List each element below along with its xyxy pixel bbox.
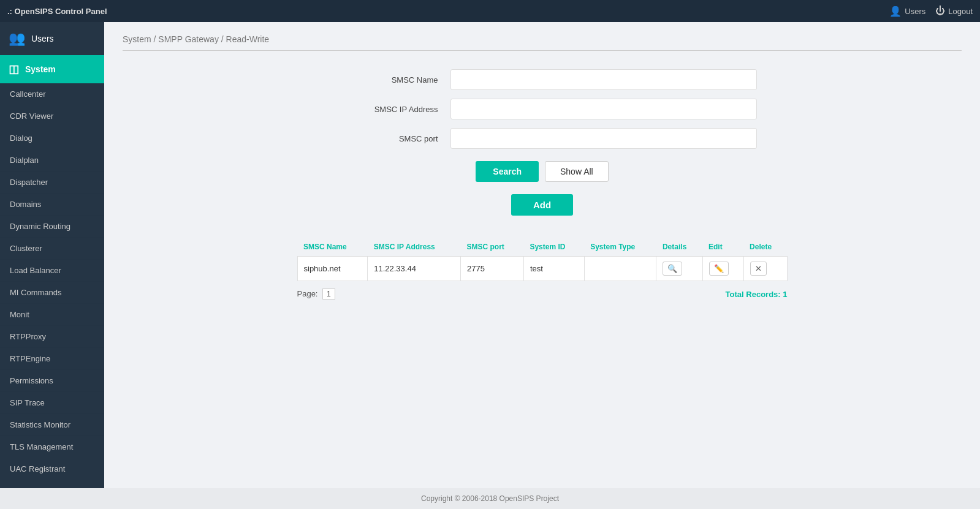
table-header-row: SMSC NameSMSC IP AddressSMSC portSystem …: [297, 238, 787, 257]
smsc-ip-row: SMSC IP Address: [328, 99, 757, 119]
sidebar-item-system[interactable]: ◫ System: [0, 55, 104, 83]
details-button[interactable]: 🔍: [663, 262, 682, 276]
col-edit: Edit: [702, 238, 743, 257]
user-icon: 👤: [889, 6, 902, 17]
form-section: SMSC Name SMSC IP Address SMSC port Sear…: [123, 57, 962, 238]
smsc-port-input[interactable]: [450, 128, 757, 149]
sidebar-item-sip-trace[interactable]: SIP Trace: [0, 392, 104, 414]
add-row: Add: [123, 194, 962, 216]
total-records: Total Records: 1: [726, 290, 788, 299]
sidebar-item-dispatcher[interactable]: Dispatcher: [0, 172, 104, 194]
sidebar-item-dialog[interactable]: Dialog: [0, 127, 104, 149]
users-icon: 👥: [9, 31, 25, 47]
search-button[interactable]: Search: [476, 161, 539, 182]
sidebar-item-tls-management[interactable]: TLS Management: [0, 436, 104, 458]
main-content: System / SMPP Gateway / Read-Write SMSC …: [104, 22, 980, 488]
users-label: Users: [905, 7, 925, 16]
sidebar: 👥 Users ◫ System CallcenterCDR ViewerDia…: [0, 22, 104, 488]
logout-icon: ⏻: [935, 6, 945, 17]
edit-button[interactable]: ✏️: [709, 262, 729, 276]
cell-2: 2775: [461, 257, 524, 281]
cell-1: 11.22.33.44: [368, 257, 461, 281]
page-info: Page: 1: [297, 288, 335, 300]
cell-edit: ✏️: [702, 257, 743, 281]
search-buttons: Search Show All: [123, 161, 962, 182]
system-icon: ◫: [9, 62, 19, 76]
app-title: .: OpenSIPS Control Panel: [7, 7, 107, 16]
col-details: Details: [656, 238, 702, 257]
cell-delete: ✕: [743, 257, 787, 281]
col-smsc-ip-address: SMSC IP Address: [368, 238, 461, 257]
table-body: siphub.net11.22.33.442775test🔍✏️✕: [297, 257, 787, 281]
smsc-ip-label: SMSC IP Address: [328, 105, 450, 114]
smsc-name-row: SMSC Name: [328, 69, 757, 90]
sidebar-item-load-balancer[interactable]: Load Balancer: [0, 260, 104, 282]
footer: Copyright © 2006-2018 OpenSIPS Project: [0, 488, 980, 509]
logout-label: Logout: [948, 7, 973, 16]
table-row: siphub.net11.22.33.442775test🔍✏️✕: [297, 257, 787, 281]
show-all-button[interactable]: Show All: [545, 161, 609, 182]
cell-4: [584, 257, 656, 281]
users-button[interactable]: 👤 Users: [889, 6, 925, 17]
page-label: Page:: [297, 289, 318, 298]
smsc-port-row: SMSC port: [328, 128, 757, 149]
sidebar-item-clusterer[interactable]: Clusterer: [0, 238, 104, 260]
logout-button[interactable]: ⏻ Logout: [935, 6, 973, 17]
smsc-port-label: SMSC port: [328, 134, 450, 143]
sidebar-item-cdr-viewer[interactable]: CDR Viewer: [0, 105, 104, 127]
sidebar-nav: CallcenterCDR ViewerDialogDialplanDispat…: [0, 83, 104, 488]
breadcrumb-text: System / SMPP Gateway / Read-Write: [123, 34, 269, 44]
col-system-id: System ID: [523, 238, 584, 257]
sidebar-item-users[interactable]: 👥 Users: [0, 22, 104, 55]
table-container: SMSC NameSMSC IP AddressSMSC portSystem …: [297, 238, 788, 302]
sidebar-item-mi-commands[interactable]: MI Commands: [0, 282, 104, 304]
add-button[interactable]: Add: [511, 194, 573, 216]
topbar-right: 👤 Users ⏻ Logout: [889, 6, 973, 17]
smsc-ip-input[interactable]: [450, 99, 757, 119]
page-number: 1: [322, 288, 335, 300]
sidebar-item-permissions[interactable]: Permissions: [0, 370, 104, 392]
sidebar-item-statistics-monitor[interactable]: Statistics Monitor: [0, 414, 104, 436]
smsc-name-input[interactable]: [450, 69, 757, 90]
table-footer: Page: 1 Total Records: 1: [297, 286, 788, 302]
col-delete: Delete: [743, 238, 787, 257]
sidebar-item-dialplan[interactable]: Dialplan: [0, 149, 104, 172]
sidebar-system-label: System: [25, 64, 56, 74]
layout: 👥 Users ◫ System CallcenterCDR ViewerDia…: [0, 22, 980, 488]
col-smsc-name: SMSC Name: [297, 238, 368, 257]
breadcrumb: System / SMPP Gateway / Read-Write: [123, 34, 962, 51]
sidebar-item-callcenter[interactable]: Callcenter: [0, 83, 104, 105]
sidebar-item-uac-registrant[interactable]: UAC Registrant: [0, 458, 104, 480]
sidebar-item-domains[interactable]: Domains: [0, 194, 104, 216]
sidebar-item-smpp-gateway[interactable]: SMPP Gateway: [0, 480, 104, 488]
col-system-type: System Type: [584, 238, 656, 257]
footer-text: Copyright © 2006-2018 OpenSIPS Project: [421, 494, 559, 503]
cell-0: siphub.net: [297, 257, 368, 281]
table-head: SMSC NameSMSC IP AddressSMSC portSystem …: [297, 238, 787, 257]
cell-details: 🔍: [656, 257, 702, 281]
smpp-table: SMSC NameSMSC IP AddressSMSC portSystem …: [297, 238, 788, 281]
topbar: .: OpenSIPS Control Panel 👤 Users ⏻ Logo…: [0, 0, 980, 22]
cell-3: test: [523, 257, 584, 281]
delete-button[interactable]: ✕: [750, 262, 767, 276]
sidebar-item-monit[interactable]: Monit: [0, 304, 104, 326]
col-smsc-port: SMSC port: [461, 238, 524, 257]
smsc-name-label: SMSC Name: [328, 75, 450, 85]
sidebar-item-dynamic-routing[interactable]: Dynamic Routing: [0, 216, 104, 238]
sidebar-item-rtpengine[interactable]: RTPEngine: [0, 348, 104, 370]
sidebar-item-rtpproxy[interactable]: RTPProxy: [0, 326, 104, 348]
sidebar-users-label: Users: [31, 34, 54, 43]
